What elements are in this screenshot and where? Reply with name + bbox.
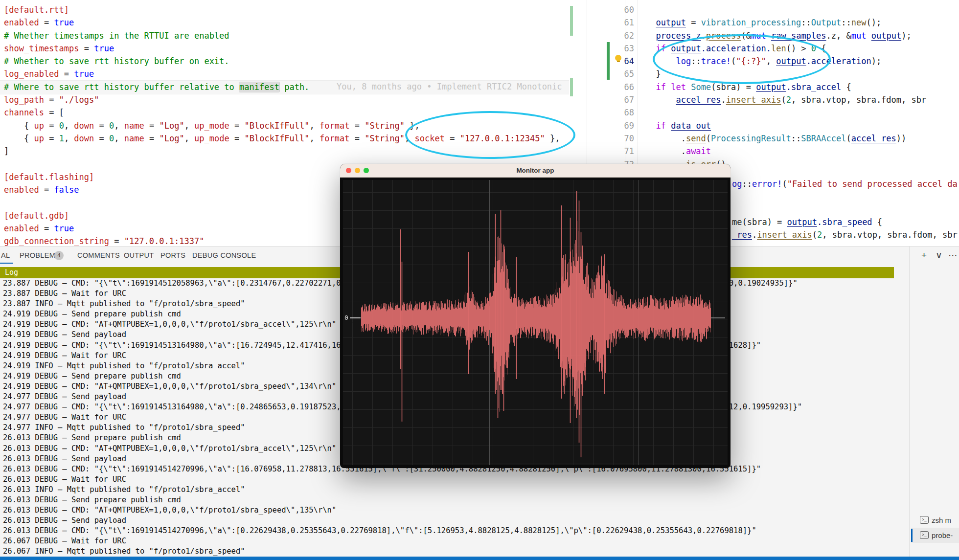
code-line: log_enabled = true (4, 67, 560, 80)
code-line (646, 3, 926, 16)
code-line: log_path = "./logs" (4, 93, 560, 106)
vscode-window: [default.rtt]enabled = true# Whether tim… (0, 0, 959, 560)
line-number: 69 (587, 119, 634, 132)
line-number: 64 (587, 55, 634, 67)
tab-al[interactable]: AL (1, 246, 10, 264)
code-line: enabled = true (4, 16, 560, 29)
line-number: 61 (587, 16, 634, 29)
line-number: 71 (587, 145, 634, 157)
terminal-icon: >_ (920, 516, 929, 524)
line-number: 67 (587, 93, 634, 106)
line-number: 65 (587, 67, 634, 80)
monitor-app-window[interactable]: Monitor app (340, 164, 731, 468)
code-line: show_timestamps = true (4, 42, 560, 55)
terminal-dropdown-chevron-icon[interactable]: ∨ (936, 247, 942, 263)
diff-gutter-indicator (570, 6, 573, 36)
code-line: .await (646, 145, 926, 157)
code-line: og::error!("Failed to send processed acc… (732, 178, 958, 190)
log-row: 26.013 DEBUG – Send payload (3, 515, 909, 526)
log-row: 26.013 DEBUG – Send prepare publish cmd (3, 495, 909, 505)
code-line: { up = 1, down = 0, name = "Log", up_mod… (4, 132, 560, 145)
code-line: .send(ProcessingResult::SBRAAccel(accel_… (646, 132, 926, 145)
log-row: 26.013 INFO – Mqtt published to "f/proto… (3, 485, 909, 495)
log-row: 26.067 DEBUG – Wait for URC (3, 536, 909, 546)
monitor-titlebar[interactable]: Monitor app (340, 164, 731, 178)
line-numbers: 60616263646566676869707172 (587, 3, 634, 171)
line-number: 62 (587, 29, 634, 42)
code-line (646, 106, 926, 119)
diff-gutter-indicator (570, 78, 573, 96)
tab-ports[interactable]: PORTS (160, 246, 185, 264)
panel-divider (909, 246, 910, 557)
problems-count-badge: 4 (54, 251, 64, 260)
rust-code: output = vibration_processing::Output::n… (646, 3, 926, 171)
code-line: } (646, 67, 926, 80)
line-number: 68 (587, 106, 634, 119)
line-number: 66 (587, 81, 634, 93)
code-line: accel_res.insert_axis(2, sbra.vtop, sbra… (646, 93, 926, 106)
new-terminal-button[interactable]: + (921, 247, 927, 263)
active-tab-underline (0, 263, 13, 264)
log-row: 26.013 DEBUG – CMD: "{\"t\":169191451427… (3, 526, 909, 536)
diff-gutter-indicator (607, 42, 610, 80)
code-line: { up = 0, down = 0, name = "Log", up_mod… (4, 119, 560, 132)
log-row: 26.067 INFO – Mqtt published to "f/proto… (3, 546, 909, 557)
log-row: 26.013 DEBUG – CMD: "AT+QMTPUBEX=1,0,0,0… (3, 505, 909, 515)
code-line: [default.rtt] (4, 3, 560, 16)
code-line: me(sbra) = output.sbra_speed { (732, 216, 882, 228)
code-line: if output.acceleration.len() > 0 { (646, 42, 926, 55)
terminal-icon: >_ (920, 531, 929, 539)
terminal-item-zsh m[interactable]: >_zsh m (911, 513, 959, 528)
code-line: if data_out (646, 119, 926, 132)
git-blame-annotation: You, 8 months ago • Implement RTIC2 Mono… (337, 80, 562, 93)
code-line: output = vibration_processing::Output::n… (646, 16, 926, 29)
code-line: log::trace!("{:?}", output.acceleration)… (646, 55, 926, 67)
waveform-plot (343, 180, 728, 465)
tab-comments[interactable]: COMMENTS (77, 246, 120, 264)
code-line: ] (4, 145, 560, 157)
code-line: # Whether timestamps in the RTTUI are en… (4, 29, 560, 42)
line-number: 60 (587, 3, 634, 16)
code-line: # Whether to save rtt history buffer on … (4, 55, 560, 67)
code-line: _res.insert_axis(2, sbra.vtop, sbra.fdom… (732, 228, 958, 241)
lightbulb-icon[interactable] (615, 55, 622, 63)
terminal-item-label: probe- (932, 528, 953, 543)
code-line: process_z.process(&mut raw_samples.z, &m… (646, 29, 926, 42)
code-line: if let Some(sbra) = output.sbra_accel { (646, 81, 926, 93)
status-bar (0, 557, 959, 560)
code-line: channels = [ (4, 106, 560, 119)
terminal-item-label: zsh m (932, 513, 951, 528)
log-channel-label: Log (5, 268, 18, 277)
line-number: 70 (587, 132, 634, 145)
more-actions-icon[interactable]: ⋯ (948, 247, 958, 263)
line-number: 63 (587, 42, 634, 55)
tab-debug-console[interactable]: DEBUG CONSOLE (192, 246, 256, 264)
selected-indicator (911, 529, 913, 542)
tab-output[interactable]: OUTPUT (124, 246, 154, 264)
log-row: 26.013 DEBUG – Wait for URC (3, 474, 909, 485)
terminal-item-probe[interactable]: >_probe- (911, 528, 959, 543)
monitor-window-title: Monitor app (340, 164, 731, 177)
